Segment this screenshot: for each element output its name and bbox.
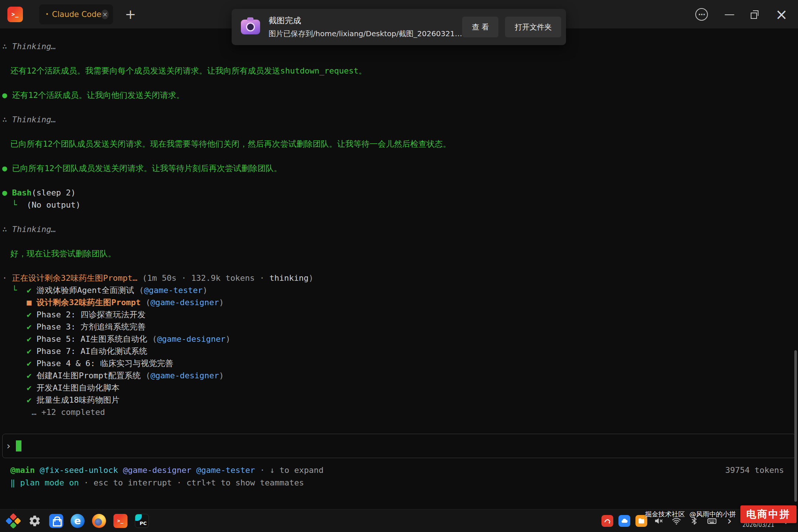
- toast-actions: 查 看 打开文件夹: [462, 17, 561, 37]
- terminal-line: ✔ 创建AI生图Prompt配置系统 (@game-designer): [0, 369, 798, 382]
- taskbar: e >_ PC: [0, 509, 798, 532]
- camera-lens: [246, 23, 255, 31]
- input-box[interactable]: ›: [2, 434, 796, 458]
- terminal-output: ∴ Thinking…还有12个活跃成员。我需要向每个成员发送关闭请求。让我向所…: [0, 40, 798, 418]
- terminal-line: └ ✔ 游戏体验师Agent全面测试 (@game-tester): [0, 284, 798, 296]
- menu-button[interactable]: ⋯: [695, 8, 708, 21]
- close-button[interactable]: ×: [775, 8, 788, 20]
- view-button[interactable]: 查 看: [462, 17, 498, 37]
- terminal: ∴ Thinking…还有12个活跃成员。我需要向每个成员发送关闭请求。让我向所…: [0, 28, 798, 509]
- status-agents-line: @main @fix-seed-unlock @game-designer @g…: [10, 464, 798, 477]
- token-count: 39754 tokens: [725, 464, 784, 477]
- folder-app-button[interactable]: [635, 515, 647, 527]
- terminal-line: ● Bash(sleep 2): [0, 187, 798, 199]
- chevron-right-icon: ›: [727, 515, 732, 526]
- tray-expand-button[interactable]: ›: [723, 515, 736, 527]
- launcher-icon: [6, 513, 21, 528]
- folder-app-icon: [638, 517, 645, 525]
- terminal-line: … +12 completed: [0, 406, 798, 418]
- terminal-line: ✔ Phase 3: 方剂追缉系统完善: [0, 321, 798, 333]
- terminal-button[interactable]: >_: [112, 512, 129, 530]
- prompt-chevron: ›: [6, 440, 11, 451]
- terminal-line: ● 还有12个活跃成员。让我向他们发送关闭请求。: [0, 89, 798, 101]
- terminal-line: ● 已向所有12个团队成员发送关闭请求。让我等待片刻后再次尝试删除团队。: [0, 162, 798, 174]
- terminal-app-icon: >_: [7, 7, 23, 22]
- swoosh-app-icon: [604, 517, 611, 525]
- open-folder-button[interactable]: 打开文件夹: [505, 17, 561, 37]
- terminal-line: ✔ Phase 2: 四诊探查玩法开发: [0, 308, 798, 321]
- camera-icon: [240, 16, 261, 38]
- bluetooth-button[interactable]: [688, 515, 700, 527]
- browser-e-glyph: e: [74, 515, 81, 526]
- keyboard-icon: [707, 516, 717, 526]
- terminal-glyph: >_: [11, 11, 19, 18]
- terminal-line: └ (No output): [0, 199, 798, 211]
- app-store-button[interactable]: [47, 512, 65, 530]
- toast-text: 截图完成 图片已保存到/home/lixiang/Desktop/截图_2026…: [269, 15, 462, 39]
- terminal-line: 还有12个活跃成员。我需要向每个成员发送关闭请求。让我向所有成员发送shutdo…: [0, 65, 798, 77]
- wifi-icon: [672, 516, 681, 526]
- firefox-button[interactable]: [90, 512, 108, 530]
- settings-button[interactable]: [26, 512, 44, 530]
- launcher-button[interactable]: [4, 512, 22, 530]
- minimize-button[interactable]: —: [724, 9, 734, 20]
- browser-icon: e: [71, 514, 85, 528]
- terminal-line: 好，现在让我尝试删除团队。: [0, 248, 798, 260]
- tab-activity-dot-icon: ·: [45, 9, 49, 19]
- app-store-icon: [49, 514, 63, 528]
- taskbar-clock[interactable]: 19:44 2026/03/21: [743, 512, 774, 529]
- terminal-line: ✔ Phase 4 & 6: 临床实习与视觉完善: [0, 357, 798, 369]
- terminal-line: ■ 设计剩余32味药生图Prompt (@game-designer): [0, 296, 798, 308]
- terminal-icon: >_: [113, 514, 127, 528]
- time-label: 19:44: [754, 512, 774, 522]
- volume-button[interactable]: [652, 515, 665, 527]
- browser-button[interactable]: e: [69, 512, 86, 530]
- tab-claude-code[interactable]: · Claude Code ×: [39, 4, 113, 24]
- notification-center-button[interactable]: [780, 515, 792, 527]
- window-controls: ⋯ — ×: [695, 8, 788, 21]
- volume-muted-icon: [654, 516, 664, 526]
- toast-message: 图片已保存到/home/lixiang/Desktop/截图_20260321…: [269, 29, 462, 39]
- date-label: 2026/03/21: [743, 522, 774, 529]
- pycharm-icon: PC: [135, 514, 149, 528]
- camera-body: [241, 20, 260, 34]
- text-cursor: [16, 440, 21, 451]
- tab-title: Claude Code: [52, 10, 101, 19]
- cloud-app-icon: [621, 517, 628, 525]
- firefox-icon: [92, 514, 106, 528]
- terminal-line: ∴ Thinking…: [0, 223, 798, 235]
- notification-bell-icon: [781, 516, 791, 526]
- taskbar-apps: e >_ PC: [4, 512, 151, 530]
- system-tray: › 19:44 2026/03/21: [601, 512, 794, 529]
- terminal-line: · 正在设计剩余32味药生图Prompt… (1m 50s · 132.9k t…: [0, 272, 798, 284]
- cloud-app-button[interactable]: [618, 515, 630, 527]
- gear-icon: [28, 515, 41, 527]
- scrollbar[interactable]: [794, 350, 797, 502]
- terminal-line: ✔ Phase 5: AI生图系统自动化 (@game-designer): [0, 333, 798, 345]
- bluetooth-icon: [690, 516, 699, 525]
- terminal-line: ∴ Thinking…: [0, 113, 798, 126]
- screenshot-toast: 截图完成 图片已保存到/home/lixiang/Desktop/截图_2026…: [232, 9, 566, 45]
- tab-close-icon[interactable]: ×: [101, 10, 109, 19]
- maximize-button[interactable]: [751, 10, 759, 18]
- input-method-button[interactable]: [706, 515, 718, 527]
- pycharm-label: PC: [140, 521, 147, 526]
- terminal-line: ✔ 开发AI生图自动化脚本: [0, 382, 798, 394]
- network-button[interactable]: [670, 515, 683, 527]
- status-bar: @main @fix-seed-unlock @game-designer @g…: [0, 464, 798, 489]
- new-tab-button[interactable]: +: [123, 8, 138, 21]
- terminal-prompt-glyph: >_: [117, 518, 124, 524]
- red-app-button[interactable]: [601, 515, 613, 527]
- status-mode-line: ‖ plan mode on · esc to interrupt · ctrl…: [10, 477, 798, 489]
- terminal-line: 已向所有12个团队成员发送关闭请求。现在我需要等待他们关闭，然后再次尝试删除团队…: [0, 138, 798, 150]
- pycharm-button[interactable]: PC: [133, 512, 151, 530]
- terminal-line: ✔ 批量生成18味药物图片: [0, 394, 798, 406]
- toast-title: 截图完成: [269, 15, 462, 26]
- terminal-line: ✔ Phase 7: AI自动化测试系统: [0, 345, 798, 357]
